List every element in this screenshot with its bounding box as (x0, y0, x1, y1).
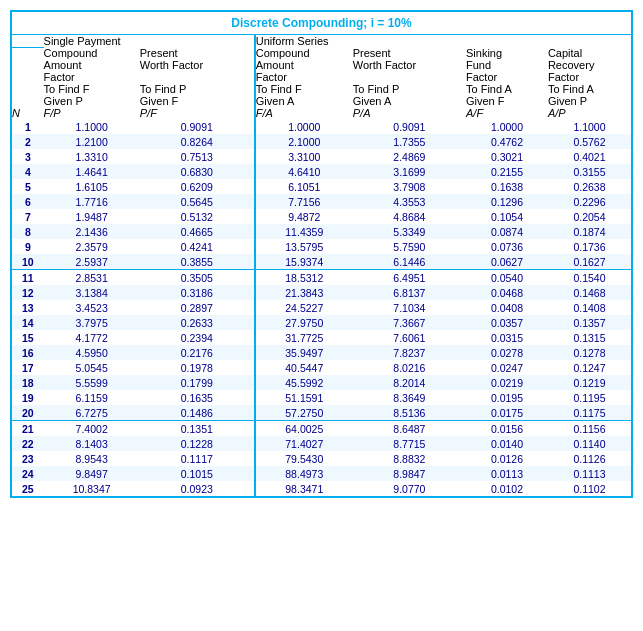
table-row: 185.55990.179945.59928.20140.02190.1219 (12, 375, 631, 390)
n-value: 24 (12, 466, 44, 481)
n-value: 16 (12, 345, 44, 360)
col-pf-label: P/F (140, 107, 255, 119)
col-fp-h4: To Find F (44, 83, 140, 95)
col-fa-value: 3.3100 (255, 149, 353, 164)
col-fp-value: 6.7275 (44, 405, 140, 421)
col-ap-value: 0.1102 (548, 481, 631, 496)
col-ap-value: 0.2638 (548, 179, 631, 194)
col-fp-value: 9.8497 (44, 466, 140, 481)
col-fp-value: 8.9543 (44, 451, 140, 466)
col-af-h4: To Find A (466, 83, 548, 95)
col-pa-value: 3.1699 (353, 164, 466, 179)
col-fa-value: 64.0025 (255, 421, 353, 437)
col-pf-value: 0.2394 (140, 330, 255, 345)
col-af-value: 0.0140 (466, 436, 548, 451)
table-row: 21.21000.82642.10001.73550.47620.5762 (12, 134, 631, 149)
col-pf-value: 0.3505 (140, 270, 255, 286)
col-fp-value: 3.1384 (44, 285, 140, 300)
col-pa-value: 7.8237 (353, 345, 466, 360)
col-pf-value: 0.1486 (140, 405, 255, 421)
col-af-value: 0.3021 (466, 149, 548, 164)
col-pa-value: 2.4869 (353, 149, 466, 164)
col-pf-value: 0.4241 (140, 239, 255, 254)
table-row: 143.79750.263327.97507.36670.03570.1357 (12, 315, 631, 330)
table-row: 61.77160.56457.71564.35530.12960.2296 (12, 194, 631, 209)
col-fp-value: 4.1772 (44, 330, 140, 345)
col-pa-value: 8.6487 (353, 421, 466, 437)
col-af-value: 0.0102 (466, 481, 548, 496)
col-af-value: 0.0468 (466, 285, 548, 300)
col-pa-value: 1.7355 (353, 134, 466, 149)
table-row: 51.61050.62096.10513.79080.16380.2638 (12, 179, 631, 194)
col-fp-value: 6.1159 (44, 390, 140, 405)
sub-header-row-3: Factor Factor Factor Factor (12, 71, 631, 83)
col-pa-h5: Given A (353, 95, 466, 107)
col-af-value: 0.0408 (466, 300, 548, 315)
col-fa-value: 4.6410 (255, 164, 353, 179)
col-pa-value: 8.0216 (353, 360, 466, 375)
col-pa-value: 6.1446 (353, 254, 466, 270)
col-pa-value: 7.1034 (353, 300, 466, 315)
col-ap-value: 0.2296 (548, 194, 631, 209)
col-fp-h5: Given P (44, 95, 140, 107)
col-pa-value: 9.0770 (353, 481, 466, 496)
col-ap-value: 0.1540 (548, 270, 631, 286)
title-row: Discrete Compounding; i = 10% (12, 12, 631, 35)
col-af-value: 0.1054 (466, 209, 548, 224)
col-fp-value: 3.7975 (44, 315, 140, 330)
col-af-h2: Fund (466, 59, 548, 71)
table-row: 175.05450.197840.54478.02160.02470.1247 (12, 360, 631, 375)
col-fa-h1: Compound (255, 47, 353, 59)
col-ap-h2: Recovery (548, 59, 631, 71)
col-af-value: 0.0195 (466, 390, 548, 405)
col-af-value: 0.0357 (466, 315, 548, 330)
table-row: 196.11590.163551.15918.36490.01950.1195 (12, 390, 631, 405)
col-fa-value: 35.9497 (255, 345, 353, 360)
col-pf-value: 0.2897 (140, 300, 255, 315)
table-row: 228.14030.122871.40278.77150.01400.1140 (12, 436, 631, 451)
col-pf-value: 0.2633 (140, 315, 255, 330)
n-value: 18 (12, 375, 44, 390)
col-fa-value: 40.5447 (255, 360, 353, 375)
col-pa-h1: Present (353, 47, 466, 59)
col-ap-label: A/P (548, 107, 631, 119)
col-fa-value: 31.7725 (255, 330, 353, 345)
col-af-value: 0.0175 (466, 405, 548, 421)
col-ap-value: 0.1627 (548, 254, 631, 270)
col-af-value: 0.0126 (466, 451, 548, 466)
col-fa-value: 15.9374 (255, 254, 353, 270)
col-fa-value: 1.0000 (255, 119, 353, 134)
col-pa-value: 4.8684 (353, 209, 466, 224)
col-pf-h4: To Find P (140, 83, 255, 95)
n-value: 6 (12, 194, 44, 209)
col-pf-value: 0.1799 (140, 375, 255, 390)
col-ap-value: 1.1000 (548, 119, 631, 134)
n-value: 17 (12, 360, 44, 375)
col-fa-value: 11.4359 (255, 224, 353, 239)
col-af-value: 0.0247 (466, 360, 548, 375)
table-row: 11.10000.90911.00000.90911.00001.1000 (12, 119, 631, 134)
col-pa-value: 8.3649 (353, 390, 466, 405)
col-pf-value: 0.6830 (140, 164, 255, 179)
uniform-series-header: Uniform Series (255, 35, 631, 48)
col-fp-value: 5.5599 (44, 375, 140, 390)
n-value: 5 (12, 179, 44, 194)
col-af-value: 0.0113 (466, 466, 548, 481)
col-fp-value: 2.5937 (44, 254, 140, 270)
col-ap-value: 0.1113 (548, 466, 631, 481)
col-pa-h2: Worth Factor (353, 59, 466, 71)
col-pf-value: 0.1635 (140, 390, 255, 405)
col-pf-value: 0.4665 (140, 224, 255, 239)
n-header: N (12, 107, 44, 119)
n-value: 25 (12, 481, 44, 496)
col-ap-value: 0.1140 (548, 436, 631, 451)
n-value: 11 (12, 270, 44, 286)
col-fp-value: 1.7716 (44, 194, 140, 209)
col-ap-value: 0.1195 (548, 390, 631, 405)
col-ap-value: 0.1156 (548, 421, 631, 437)
col-af-value: 0.1296 (466, 194, 548, 209)
col-fp-h2: Amount (44, 59, 140, 71)
col-pf-value: 0.1351 (140, 421, 255, 437)
col-af-value: 0.0627 (466, 254, 548, 270)
col-ap-value: 0.1357 (548, 315, 631, 330)
